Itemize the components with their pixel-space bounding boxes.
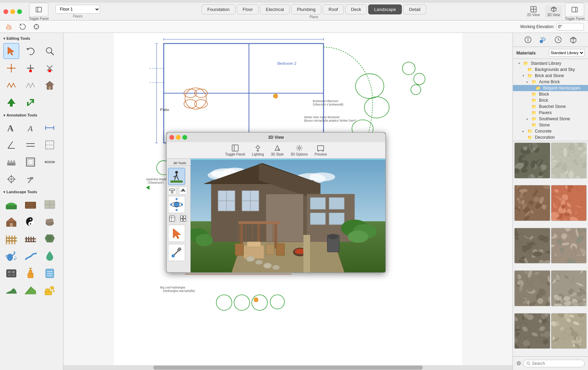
view-2d-button[interactable]: 2D View (524, 5, 542, 18)
texture-10[interactable] (551, 313, 587, 349)
select-tool[interactable] (3, 43, 19, 59)
search-input[interactable] (532, 361, 581, 366)
crosshatch-tool[interactable] (42, 154, 58, 170)
texture-1[interactable] (514, 143, 550, 178)
editing-tools-header[interactable]: Editing Tools (1, 35, 62, 42)
threed-preview-btn[interactable]: Preview (315, 144, 327, 156)
tree-item-pavers[interactable]: 📁 Pavers (513, 110, 588, 116)
search-tool[interactable] (42, 43, 58, 59)
drop-tool[interactable] (42, 248, 58, 264)
maximize-button[interactable] (17, 9, 22, 14)
tab-deck[interactable]: Deck (345, 4, 367, 14)
tree-item-concrete[interactable]: ▸ 📁 Concrete (513, 128, 588, 134)
parallel-tool[interactable] (23, 137, 38, 153)
texture-8[interactable] (551, 270, 587, 306)
hammer-tool[interactable] (23, 171, 38, 187)
tab-detail[interactable]: Detail (403, 4, 426, 14)
landscape-tools-header[interactable]: Landscape Tools (1, 188, 62, 195)
river-tool[interactable] (23, 248, 38, 264)
texture-7[interactable] (514, 270, 550, 306)
chain-tool[interactable] (3, 171, 19, 187)
toggle-panel-right-button[interactable] (565, 3, 584, 16)
texture-5[interactable] (514, 228, 550, 264)
view-3d-button[interactable]: 3D View (545, 5, 562, 17)
annotation-tools-header[interactable]: Annotation Tools (1, 112, 62, 119)
texture-3[interactable] (514, 185, 550, 221)
mulch-tool[interactable] (23, 197, 38, 212)
fence2-tool[interactable] (23, 231, 38, 247)
up-arrow-tool[interactable] (3, 95, 19, 110)
rock-tool[interactable] (42, 214, 58, 230)
texture-9[interactable] (514, 313, 550, 349)
tab-floor[interactable]: Floor (237, 4, 259, 14)
zigzag-tool[interactable] (3, 77, 19, 93)
texture-6[interactable] (551, 228, 587, 264)
cube-icon[interactable] (569, 36, 577, 44)
tree-item-belgard[interactable]: 📁 Belgard Hardscapes (513, 85, 588, 91)
undo-tool[interactable] (23, 43, 38, 59)
tree-item-acme-brick[interactable]: ▸ 📁 Acme Brick (513, 79, 588, 85)
threed-fly-tool[interactable] (179, 186, 187, 195)
measure-tool-icon[interactable] (32, 22, 41, 32)
tree-item-southwest-stone[interactable]: ▸ 📁 Southwest Stone (513, 116, 588, 122)
tab-foundation[interactable]: Foundation (202, 4, 236, 14)
dashed-zigzag-tool[interactable] (23, 77, 38, 93)
canvas-scrollbar[interactable] (63, 365, 513, 370)
tab-electrical[interactable]: Electrical (260, 4, 290, 14)
slope-tool[interactable] (23, 282, 38, 298)
close-button[interactable] (3, 9, 8, 14)
texture-2[interactable] (551, 143, 587, 178)
threed-plan-tool[interactable] (168, 214, 176, 223)
hand-tool-icon[interactable] (4, 22, 14, 32)
saw-tool[interactable] (3, 154, 19, 170)
threed-heli-tool[interactable] (168, 186, 176, 195)
shed-tool[interactable] (3, 214, 19, 230)
tab-roof[interactable]: Roof (323, 4, 344, 14)
threed-walk-tool[interactable] (168, 168, 185, 185)
tree-item-block[interactable]: 📁 Block (513, 91, 588, 97)
measure-area-tool[interactable] (42, 137, 58, 153)
canvas-area[interactable]: Bedroom 2 Patio Burkwood Viburnum (Vibur… (63, 33, 513, 370)
threed-eyedrop-tool[interactable] (168, 244, 185, 261)
paving-tool[interactable] (42, 197, 58, 212)
tab-plumbing[interactable]: Plumbing (291, 4, 321, 14)
boulder-tool[interactable] (42, 231, 58, 247)
lawn-tool[interactable] (3, 197, 19, 212)
tree-item-decoration[interactable]: 📁 Decoration (513, 134, 588, 140)
threed-select-tool[interactable] (168, 225, 185, 242)
terrain-tool[interactable] (3, 282, 19, 298)
delete-tool[interactable] (42, 60, 58, 76)
toggle-panel-left-button[interactable] (29, 3, 48, 16)
house-tool[interactable] (42, 77, 58, 93)
threed-orbit-tool[interactable] (168, 196, 185, 213)
tree-item-stone[interactable]: 📁 Stone (513, 122, 588, 128)
tree-item-backgrounds-sky[interactable]: 📁 Backgrounds and Sky (513, 66, 588, 73)
materials-dropdown[interactable]: Standard Library (549, 49, 585, 57)
tree-item-buechel-stone[interactable]: 📁 Buechel Stone (513, 103, 588, 110)
add-point-tool[interactable] (23, 60, 38, 76)
dimension-tool[interactable] (42, 120, 58, 136)
tree-item-standard-library[interactable]: ▾ 📁 Standard Library (513, 60, 588, 66)
floor-select[interactable]: Floor 1 (56, 5, 100, 14)
threed-options-btn[interactable]: 3D Options (291, 144, 308, 156)
italic-text-tool[interactable]: A (23, 120, 38, 136)
threed-close-btn[interactable] (169, 135, 174, 140)
control-panel-tool[interactable] (3, 265, 19, 281)
yin-yang-tool[interactable] (23, 214, 38, 230)
paint-icon[interactable] (539, 36, 547, 44)
pan-tool[interactable] (3, 60, 19, 76)
angle-tool[interactable] (3, 137, 19, 153)
minimize-button[interactable] (10, 9, 15, 14)
threed-minimize-btn[interactable] (176, 135, 181, 140)
tree-item-brick[interactable]: 📁 Brick (513, 97, 588, 103)
rotate-tool-icon[interactable] (18, 22, 27, 32)
settings-icon[interactable]: ⚙ (516, 360, 521, 367)
excavator-tool[interactable] (42, 282, 58, 298)
info-icon[interactable] (524, 36, 532, 44)
filter-tool[interactable] (42, 265, 58, 281)
diagonal-arrow-tool[interactable] (23, 95, 38, 110)
texture-4[interactable] (551, 185, 587, 221)
text-tool[interactable]: A (3, 120, 19, 136)
threed-style-btn[interactable]: 3D Style (271, 144, 284, 156)
scrollbar-thumb[interactable] (153, 366, 423, 370)
